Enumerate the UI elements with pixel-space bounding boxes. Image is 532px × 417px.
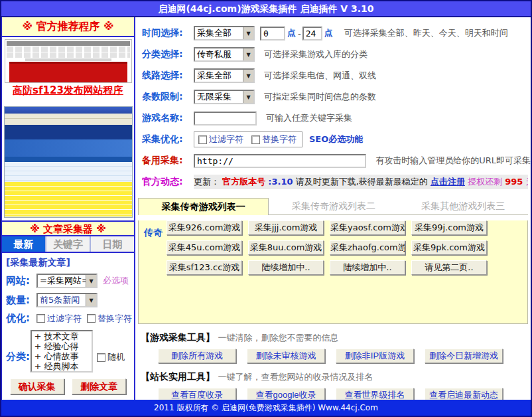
list-item[interactable]: + 心情故事 [32,351,92,361]
promo-screenshot-article-collector[interactable] [4,106,133,218]
list-item[interactable]: + 经验心得 [32,341,92,351]
checkbox-icon [198,135,207,144]
game-tools-buttons: 删除所有游戏 删除未审核游戏 删除非IP版游戏 删除今日新增游戏 [158,349,531,363]
collect-game-button[interactable]: 采集yaosf.com游戏 [330,220,405,235]
collect-game-button[interactable]: 采集8uu.com游戏 [248,240,324,255]
tab-game-list-1[interactable]: 采集传奇游戏列表一 [138,198,269,215]
checkbox-icon [36,314,45,323]
filter-chars-checkbox[interactable]: 过滤字符 [36,313,82,325]
replace-chars-checkbox[interactable]: 替换字符 [87,313,132,325]
title-bar: 启迪网(44cj.com)游戏采集插件 启迪插件 V 3.10 [1,1,531,17]
webmaster-tools-buttons: 查看百度收录 查看google收录 查看世界级排名 查看启迪最新动态 [158,388,531,400]
promo-link-sf123[interactable]: 高防sf123发布网站程序 [13,84,123,97]
register-link[interactable]: 点击注册 [431,177,465,187]
tab-latest[interactable]: 最新 [2,236,46,252]
game-name-row: 游戏名称: 可输入任意关键字采集 [142,110,531,126]
time-select[interactable]: 采集全部 ▼ [194,26,255,41]
replace-chars-checkbox[interactable]: 替换字符 [251,133,297,145]
tab-date[interactable]: 日期 [91,236,134,252]
checkbox-icon [251,135,260,144]
line-row: 线路选择: 采集全部 ▼ 可选择采集电信、网通、双线 [142,68,531,84]
game-button-row: 采集45u.com游戏 采集8uu.com游戏 采集zhaofg.com游戏 采… [166,240,527,255]
time-label: 时间选择: [142,27,194,39]
webmaster-tools-desc: 一键了解，查看您网站的收录情况及排名 [218,372,373,382]
line-select[interactable]: 采集全部 ▼ [194,68,255,83]
copyright-bar: 2011 版权所有 © 启迪网(免费游戏采集插件) Www.44cj.Com [1,400,531,416]
random-checkbox[interactable]: 随机 [97,351,125,363]
check-google-index-button[interactable]: 查看google收录 [247,388,325,400]
collect-game-button[interactable]: 请见第二页.. [411,260,487,275]
tab-game-list-2[interactable]: 采集传奇游戏列表二 [269,198,398,215]
checkbox-icon [97,353,105,362]
limit-label: 条数限制: [142,91,194,103]
app-title: 启迪网(44cj.com)游戏采集插件 启迪插件 V 3.10 [158,3,373,14]
chevron-down-icon: ▼ [243,70,253,82]
chevron-down-icon: ▼ [86,275,96,287]
webmaster-tools-title: 【站长实用工具】 [141,371,215,382]
collect-game-button[interactable]: 采集926.com游戏 [166,220,242,235]
optimize-checkbox-group: 过滤字符 替换字符 [194,131,302,147]
confirm-collect-button[interactable]: 确认采集 [10,378,64,394]
game-name-input[interactable] [194,112,257,125]
collect-game-button[interactable]: 陆续增加中.. [330,260,405,275]
chevron-down-icon: ▼ [243,48,253,60]
count-row: 数量: 前5条新闻 ▼ [6,293,130,307]
category-listbox[interactable]: + 技术文章 + 经验心得 + 心情故事 + 经典脚本 [31,330,93,373]
chevron-down-icon: ▼ [86,294,96,306]
collect-game-button[interactable]: 采集jjj.com游戏 [248,220,324,235]
section-title: [采集最新文章] [6,257,130,269]
time-to-input[interactable] [302,27,322,41]
collect-game-button[interactable]: 采集45u.com游戏 [166,240,242,255]
list-item[interactable]: + 技术文章 [32,331,92,341]
list-item[interactable]: + 经典脚本 [32,361,92,371]
category-select-row: 分类选择: 传奇私服 ▼ 可选择采集游戏入库的分类 [142,46,531,62]
check-qidi-news-button[interactable]: 查看启迪最新动态 [425,388,503,400]
game-tools-desc: 一键清除，删除您不需要的信息 [218,333,338,343]
collect-game-button[interactable]: 采集9pk.com游戏 [411,240,487,255]
delete-article-button[interactable]: 删除文章 [72,378,126,394]
news-row: 官方动态: 更新： 官方版本号 :3.10 请及时更新下载,获得最新最稳定的 点… [142,174,531,190]
app-window: 启迪网(44cj.com)游戏采集插件 启迪插件 V 3.10 ※ 官方推荐程序… [0,0,532,417]
count-select[interactable]: 前5条新闻 ▼ [36,293,98,307]
delete-all-games-button[interactable]: 删除所有游戏 [158,349,236,363]
category-desc: 可选择采集游戏入库的分类 [264,48,367,60]
category-select-label: 分类选择: [142,48,194,60]
category-row: 分类: + 技术文章 + 经验心得 + 心情故事 + 经典脚本 随机 [6,330,130,373]
filter-chars-checkbox[interactable]: 过滤字符 [198,133,243,145]
delete-non-ip-games-button[interactable]: 删除非IP版游戏 [336,349,414,363]
collect-game-button[interactable]: 采集zhaofg.com游戏 [330,240,405,255]
article-tabs: 最新 关键字 日期 [2,236,134,253]
promo-screenshot-sf123[interactable] [5,39,132,83]
collect-game-button[interactable]: 采集99j.com游戏 [411,220,487,235]
category-label: 分类: [6,351,31,363]
count-label: 数量: [6,294,36,307]
line-label: 线路选择: [142,70,194,82]
game-name-label: 游戏名称: [142,112,194,124]
backup-url-input[interactable] [194,154,366,168]
collect-game-button[interactable]: 采集sf123.cc游戏 [166,260,242,275]
category-select[interactable]: 传奇私服 ▼ [194,47,255,62]
site-row: 网站: =采集网站= ▼ 必选项 [6,274,130,288]
main-panel: 时间选择: 采集全部 ▼ 点 - 点 可选择采集全部、昨天、今天、明天和时间 分… [135,17,531,400]
site-select[interactable]: =采集网站= ▼ [36,274,98,288]
delete-unreviewed-games-button[interactable]: 删除未审核游戏 [247,349,325,363]
collect-optimize-label: 采集优化: [142,133,194,145]
limit-select[interactable]: 无限采集 ▼ [194,90,255,104]
game-name-desc: 可输入任意关键字采集 [266,112,352,124]
article-collect-form: [采集最新文章] 网站: =采集网站= ▼ 必选项 数量: 前5条新闻 ▼ 优化… [2,253,134,397]
game-list-area: 传奇 采集926.com游戏 采集jjj.com游戏 采集yaosf.com游戏… [138,220,528,324]
seo-note: SEO必选功能 [309,133,363,145]
delete-today-games-button[interactable]: 删除今日新增游戏 [425,349,503,363]
game-tools-section: 【游戏采集工具】 一键清除，删除您不需要的信息 删除所有游戏 删除未审核游戏 删… [141,332,531,363]
tab-game-list-3[interactable]: 采集其他游戏列表三 [399,198,528,215]
check-world-rank-button[interactable]: 查看世界级排名 [336,388,414,400]
game-list-tabs: 采集传奇游戏列表一 采集传奇游戏列表二 采集其他游戏列表三 [138,198,528,215]
collect-game-button[interactable]: 陆续增加中.. [248,260,324,275]
article-buttons-row: 确认采集 删除文章 [6,378,130,394]
article-collector-header: ※ 文章采集器 ※ [2,220,134,236]
check-baidu-index-button[interactable]: 查看百度收录 [158,388,236,400]
time-from-input[interactable] [260,27,285,41]
tab-keyword[interactable]: 关键字 [46,236,91,252]
time-desc: 可选择采集全部、昨天、今天、明天和时间 [344,27,508,39]
news-label: 官方动态: [142,176,194,188]
